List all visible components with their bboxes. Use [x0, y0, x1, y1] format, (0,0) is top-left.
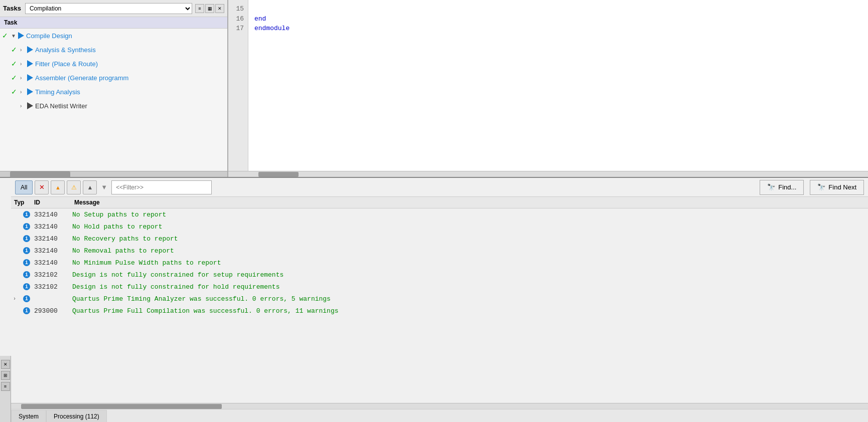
msg-row-3[interactable]: i 332140 No Removal paths to report — [11, 245, 868, 257]
task-label-assembler: Assembler (Generate programm — [35, 74, 128, 82]
task-label-analysis: Analysis & Synthesis — [35, 46, 96, 54]
filter-warning-triangle-btn[interactable]: ▲ — [51, 180, 65, 194]
info-filter-icon: ▲ — [87, 184, 93, 191]
filter-warning-btn[interactable]: ⚠ — [67, 180, 81, 194]
msg-icon-3: i — [19, 247, 34, 254]
col-header-message: Message — [71, 198, 868, 207]
code-scrollbar-thumb-h — [258, 172, 299, 177]
code-editor[interactable]: end endmodule — [248, 0, 868, 171]
tasks-table-header: Task — [0, 17, 227, 29]
task-play-icon-compile — [18, 32, 24, 39]
find-next-button[interactable]: 🔭 Find Next — [810, 180, 864, 195]
filter-all-btn[interactable]: All — [15, 180, 33, 194]
tab-system-label: System — [19, 413, 39, 420]
info-circle-2: i — [23, 235, 30, 242]
tab-system[interactable]: System — [11, 410, 46, 422]
find-next-label: Find Next — [828, 183, 856, 191]
info-circle-0: i — [23, 211, 30, 218]
code-scrollbar-horizontal[interactable] — [228, 171, 868, 177]
messages-toolbar: All ✕ ▲ ⚠ ▲ ▼ 🔭 Find... 🔭 Find Next — [11, 178, 868, 197]
task-assembler[interactable]: ✓ › Assembler (Generate programm — [0, 71, 227, 85]
task-expand-analysis[interactable]: › — [20, 47, 27, 53]
task-expand-assembler[interactable]: › — [20, 75, 27, 81]
msg-icon-6: i — [19, 283, 34, 290]
msg-text-0: No Setup paths to report — [72, 211, 868, 219]
task-expand-eda[interactable]: › — [20, 103, 27, 109]
task-label-timing: Timing Analysis — [35, 88, 80, 96]
messages-scrollbar-thumb — [21, 404, 222, 409]
msg-row-0[interactable]: i 332140 No Setup paths to report — [11, 208, 868, 221]
msg-icon-4: i — [19, 259, 34, 266]
messages-scrollbar-horizontal[interactable] — [11, 403, 868, 409]
left-sidebar: ✕ ⊞ ≡ Messages — [0, 356, 11, 422]
line-numbers: 15 16 17 — [228, 0, 248, 171]
msg-row-4[interactable]: i 332140 No Minimum Pulse Width paths to… — [11, 257, 868, 269]
info-circle-8: i — [23, 307, 30, 314]
tasks-icon-btn-3[interactable]: ✕ — [215, 4, 224, 13]
code-line-16: endmodule — [254, 25, 290, 32]
filter-funnel-icon: ▼ — [101, 183, 107, 191]
line-num-16: 16 — [232, 14, 244, 24]
task-analysis-synthesis[interactable]: ✓ › Analysis & Synthesis — [0, 43, 227, 57]
task-fitter[interactable]: ✓ › Fitter (Place & Route) — [0, 57, 227, 71]
tasks-label: Tasks — [3, 5, 21, 12]
msg-icon-2: i — [19, 235, 34, 242]
task-check-timing: ✓ — [11, 88, 20, 96]
task-label-eda: EDA Netlist Writer — [35, 102, 87, 110]
msg-id-3: 332140 — [34, 247, 72, 255]
messages-list: i 332140 No Setup paths to report i 3321… — [11, 208, 868, 403]
tasks-icon-btn-2[interactable]: ▦ — [205, 4, 214, 13]
msg-id-2: 332140 — [34, 235, 72, 243]
task-expand-timing[interactable]: › — [20, 89, 27, 95]
msg-row-8[interactable]: i 293000 Quartus Prime Full Compilation … — [11, 305, 868, 317]
warning-triangle-icon: ▲ — [55, 184, 61, 190]
tabs-bar: System Processing (112) — [11, 409, 868, 422]
msg-row-1[interactable]: i 332140 No Hold paths to report — [11, 221, 868, 233]
msg-text-1: No Hold paths to report — [72, 223, 868, 231]
tasks-panel: Tasks Compilation ≡ ▦ ✕ Task ✓ ▼ Compile… — [0, 0, 228, 177]
code-content: 15 16 17 end endmodule — [228, 0, 868, 171]
msg-id-1: 332140 — [34, 223, 72, 231]
msg-icon-8: i — [19, 307, 34, 314]
task-play-icon-fitter — [27, 60, 33, 67]
filter-info-btn[interactable]: ▲ — [83, 180, 97, 194]
msg-text-4: No Minimum Pulse Width paths to report — [72, 259, 868, 267]
task-play-icon-eda — [27, 102, 33, 109]
msg-expand-7[interactable]: › — [11, 296, 19, 302]
msg-row-6[interactable]: i 332102 Design is not fully constrained… — [11, 281, 868, 293]
msg-row-7[interactable]: › i Quartus Prime Timing Analyzer was su… — [11, 293, 868, 305]
filter-error-btn[interactable]: ✕ — [35, 180, 49, 194]
task-expand-fitter[interactable]: › — [20, 61, 27, 67]
msg-id-6: 332102 — [34, 283, 72, 291]
msg-icon-1: i — [19, 223, 34, 230]
task-eda-netlist[interactable]: ✓ › EDA Netlist Writer — [0, 99, 227, 113]
sidebar-btn-1[interactable]: ✕ — [1, 360, 10, 369]
msg-id-8: 293000 — [34, 307, 72, 315]
msg-row-5[interactable]: i 332102 Design is not fully constrained… — [11, 269, 868, 281]
task-timing-analysis[interactable]: ✓ › Timing Analysis — [0, 85, 227, 99]
msg-text-8: Quartus Prime Full Compilation was succe… — [72, 307, 868, 315]
msg-text-7: Quartus Prime Timing Analyzer was succes… — [72, 295, 868, 303]
find-label: Find... — [778, 183, 796, 191]
tab-processing[interactable]: Processing (112) — [46, 410, 107, 422]
msg-icon-5: i — [19, 271, 34, 278]
task-expand-compile[interactable]: ▼ — [11, 33, 18, 39]
messages-area: All ✕ ▲ ⚠ ▲ ▼ 🔭 Find... 🔭 Find Next — [11, 178, 868, 422]
task-compile-design[interactable]: ✓ ▼ Compile Design — [0, 29, 227, 43]
tasks-scrollbar[interactable] — [0, 171, 227, 177]
msg-id-5: 332102 — [34, 271, 72, 279]
filter-input[interactable] — [111, 180, 212, 194]
binoculars-find-next-icon: 🔭 — [817, 183, 825, 191]
sidebar-btn-2[interactable]: ⊞ — [1, 371, 10, 380]
task-play-icon-analysis — [27, 46, 33, 53]
tasks-icon-btn-1[interactable]: ≡ — [195, 4, 204, 13]
task-check-fitter: ✓ — [11, 60, 20, 68]
warning-icon: ⚠ — [71, 184, 77, 191]
find-button[interactable]: 🔭 Find... — [760, 180, 804, 195]
tasks-dropdown[interactable]: Compilation — [25, 3, 192, 14]
sidebar-btn-3[interactable]: ≡ — [1, 382, 10, 391]
msg-text-6: Design is not fully constrained for hold… — [72, 283, 868, 291]
line-num-15: 15 — [232, 4, 244, 14]
msg-icon-7: i — [19, 295, 34, 302]
msg-row-2[interactable]: i 332140 No Recovery paths to report — [11, 233, 868, 245]
